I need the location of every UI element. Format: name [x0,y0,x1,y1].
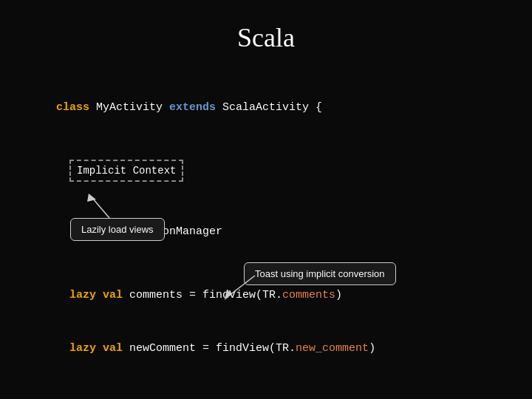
page-title: Scala [0,0,532,68]
toast-bubble: Toast using implicit conversion [244,262,396,285]
keyword-val2: val [103,289,129,301]
keyword-lazy2: lazy [69,289,103,301]
implicit-context-box: Implicit Context [69,160,183,182]
new-comment-var: newComment = findView(TR. [129,342,296,355]
parent-class: ScalaActivity [222,101,309,114]
keyword-lazy3: lazy [69,342,103,355]
lazily-load-bubble: Lazily load views [70,218,165,241]
comments-var: comments = findView(TR. [129,289,282,301]
tr-comments: comments [282,289,335,301]
keyword-val3: val [103,342,129,355]
keyword-class: class [56,101,96,114]
keyword-extends: extends [169,101,222,114]
tr-new-comment: new_comment [296,342,369,355]
class-name: MyActivity [96,101,169,114]
